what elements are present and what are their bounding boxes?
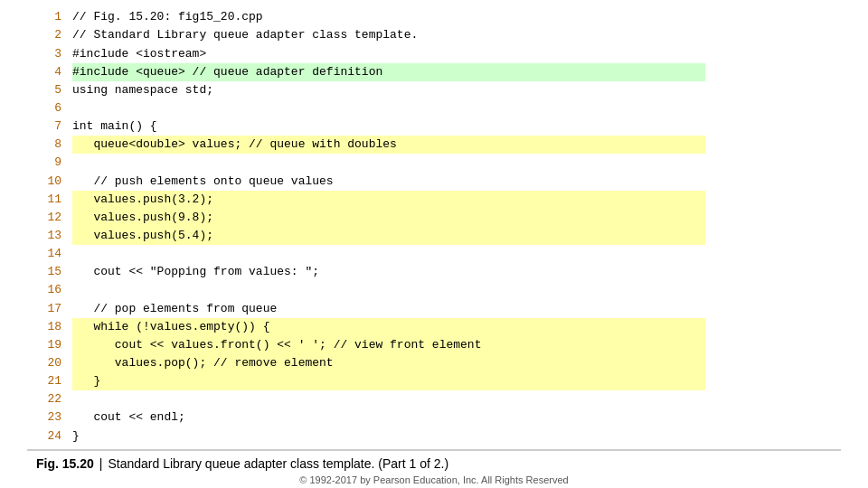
- caption-line: Fig. 15.20 | Standard Library queue adap…: [36, 456, 832, 471]
- code-line: 17 // pop elements from queue: [36, 300, 832, 318]
- code-line: 13 values.push(5.4);: [36, 227, 832, 245]
- caption-separator: |: [99, 456, 103, 471]
- fig-label: Fig. 15.20: [36, 456, 94, 471]
- line-text: using namespace std;: [72, 81, 213, 99]
- line-number: 15: [36, 263, 61, 281]
- code-line: 11 values.push(3.2);: [36, 191, 832, 209]
- code-figure: 1// Fig. 15.20: fig15_20.cpp2// Standard…: [27, 0, 841, 488]
- line-text: #include <iostream>: [72, 45, 206, 63]
- code-line: 2// Standard Library queue adapter class…: [36, 26, 832, 44]
- code-line: 9: [36, 154, 832, 172]
- code-line: 22: [36, 390, 832, 408]
- line-number: 9: [36, 154, 61, 172]
- code-line: 24}: [36, 427, 832, 446]
- line-number: 5: [36, 81, 61, 99]
- code-line: 20 values.pop(); // remove element: [36, 354, 832, 372]
- line-text: }: [72, 427, 80, 446]
- line-text: values.push(9.8);: [72, 209, 705, 227]
- line-number: 7: [36, 117, 61, 136]
- line-number: 6: [36, 99, 61, 117]
- code-line: 14: [36, 245, 832, 263]
- code-line: 8 queue<double> values; // queue with do…: [36, 136, 832, 154]
- code-line: 10 // push elements onto queue values: [36, 173, 832, 191]
- caption-area: Fig. 15.20 | Standard Library queue adap…: [27, 449, 841, 487]
- code-line: 1// Fig. 15.20: fig15_20.cpp: [36, 8, 832, 26]
- copyright-text: © 1992-2017 by Pearson Education, Inc. A…: [36, 474, 832, 485]
- line-text: // push elements onto queue values: [72, 173, 334, 191]
- code-line: 16: [36, 281, 832, 299]
- caption-text: Standard Library queue adapter class tem…: [108, 456, 448, 471]
- code-line: 5using namespace std;: [36, 81, 832, 99]
- line-number: 4: [36, 63, 61, 81]
- line-text: }: [72, 372, 705, 390]
- line-number: 22: [36, 390, 61, 408]
- line-text: #include <queue> // queue adapter defini…: [72, 63, 705, 81]
- code-line: 19 cout << values.front() << ' '; // vie…: [36, 336, 832, 354]
- line-number: 8: [36, 136, 61, 154]
- line-text: cout << "Popping from values: ";: [72, 263, 319, 281]
- line-number: 21: [36, 372, 61, 390]
- line-number: 16: [36, 281, 61, 299]
- line-number: 17: [36, 300, 61, 318]
- line-number: 11: [36, 191, 61, 209]
- code-line: 15 cout << "Popping from values: ";: [36, 263, 832, 281]
- line-text: cout << values.front() << ' '; // view f…: [72, 336, 705, 354]
- line-text: cout << endl;: [72, 408, 185, 427]
- line-number: 13: [36, 227, 61, 245]
- code-line: 23 cout << endl;: [36, 408, 832, 427]
- line-text: int main() {: [72, 117, 157, 136]
- line-number: 3: [36, 45, 61, 63]
- code-line: 7int main() {: [36, 117, 832, 136]
- code-line: 12 values.push(9.8);: [36, 209, 832, 227]
- line-text: // Standard Library queue adapter class …: [72, 26, 418, 44]
- code-line: 6: [36, 99, 832, 117]
- line-text: values.push(5.4);: [72, 227, 705, 245]
- code-line: 3#include <iostream>: [36, 45, 832, 63]
- line-number: 18: [36, 318, 61, 336]
- line-number: 2: [36, 26, 61, 44]
- line-number: 24: [36, 427, 61, 446]
- line-text: values.pop(); // remove element: [72, 354, 705, 372]
- line-text: // pop elements from queue: [72, 300, 277, 318]
- line-text: queue<double> values; // queue with doub…: [72, 136, 705, 154]
- line-number: 19: [36, 336, 61, 354]
- line-number: 20: [36, 354, 61, 372]
- line-number: 14: [36, 245, 61, 263]
- line-number: 12: [36, 209, 61, 227]
- line-number: 10: [36, 173, 61, 191]
- line-text: // Fig. 15.20: fig15_20.cpp: [72, 8, 263, 26]
- code-line: 21 }: [36, 372, 832, 390]
- code-line: 4#include <queue> // queue adapter defin…: [36, 63, 832, 81]
- line-text: values.push(3.2);: [72, 191, 705, 209]
- line-number: 1: [36, 8, 61, 26]
- line-number: 23: [36, 408, 61, 427]
- code-line: 18 while (!values.empty()) {: [36, 318, 832, 336]
- line-text: while (!values.empty()) {: [72, 318, 705, 336]
- code-block: 1// Fig. 15.20: fig15_20.cpp2// Standard…: [27, 5, 841, 448]
